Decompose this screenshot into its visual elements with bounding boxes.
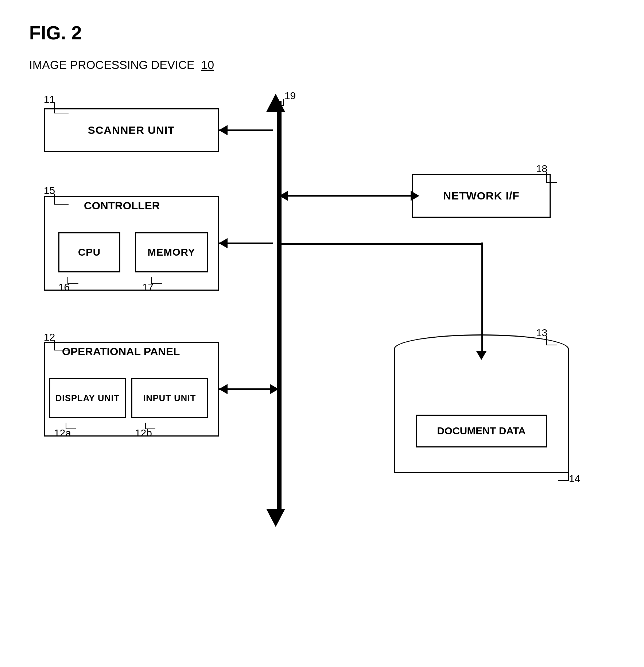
network-arrow-left [279,191,288,201]
bus-bracket-h [273,105,284,106]
diagram-area: SCANNER UNIT 11 CONTROLLER 15 CPU 16 MEM… [29,79,613,590]
bus-line [277,101,282,509]
network-ref: 18 [536,163,547,175]
memory-bracket-v [151,277,152,284]
opanel-arrow-right [270,384,279,394]
controller-ref: 15 [44,185,55,197]
doc-arrow-down [476,351,486,360]
network-box: NETWORK I/F [412,174,551,218]
scanner-bracket-v [54,102,55,113]
page: FIG. 2 IMAGE PROCESSING DEVICE 10 SCANNE… [0,0,644,667]
document-bracket-h [546,345,557,345]
cpu-bracket-v [67,277,68,284]
document-bracket-v [546,336,547,345]
bus-doc-vline [481,243,483,352]
bus-doc-hline [279,243,482,245]
network-bracket-v [546,172,547,183]
memory-bracket-h [151,283,162,284]
controller-bracket-h [54,204,69,205]
storage-bracket-v [568,472,569,481]
scanner-arrow-left [219,125,228,135]
opanel-bracket-v [54,340,55,350]
scanner-ref: 11 [44,94,55,105]
document-ref: 13 [536,327,547,339]
controller-bracket-v [54,194,55,205]
controller-label: CONTROLLER [84,199,160,212]
network-bracket-h [546,182,557,183]
input-unit-box: INPUT UNIT [131,378,208,418]
cylinder-body [394,349,569,473]
storage-bracket-h [558,480,569,481]
network-arrow-right [411,191,419,201]
controller-arrow-left [219,238,228,248]
cpu-bracket-h [67,283,78,284]
opanel-arrow-left [219,384,228,394]
opanel-bracket-h [54,350,69,350]
display-unit-box: DISPLAY UNIT [49,378,126,418]
opanel-label: OPERATIONAL PANEL [62,345,180,358]
bus-arrow-bottom [266,509,285,527]
cpu-box: CPU [58,232,120,272]
network-bus-line [279,195,412,197]
scanner-unit-box: SCANNER UNIT [44,108,219,152]
display-bracket-h [66,428,76,429]
figure-title: FIG. 2 [29,22,615,44]
bus-arrow-top [266,94,285,112]
scanner-bracket-h [54,113,69,113]
input-bracket-h [145,428,155,429]
storage-ref: 14 [569,473,580,485]
device-label: IMAGE PROCESSING DEVICE 10 [29,58,615,72]
opanel-ref: 12 [44,331,55,343]
document-data-box: DOCUMENT DATA [416,415,547,447]
bus-ref: 19 [284,90,296,102]
memory-box: MEMORY [135,232,208,272]
